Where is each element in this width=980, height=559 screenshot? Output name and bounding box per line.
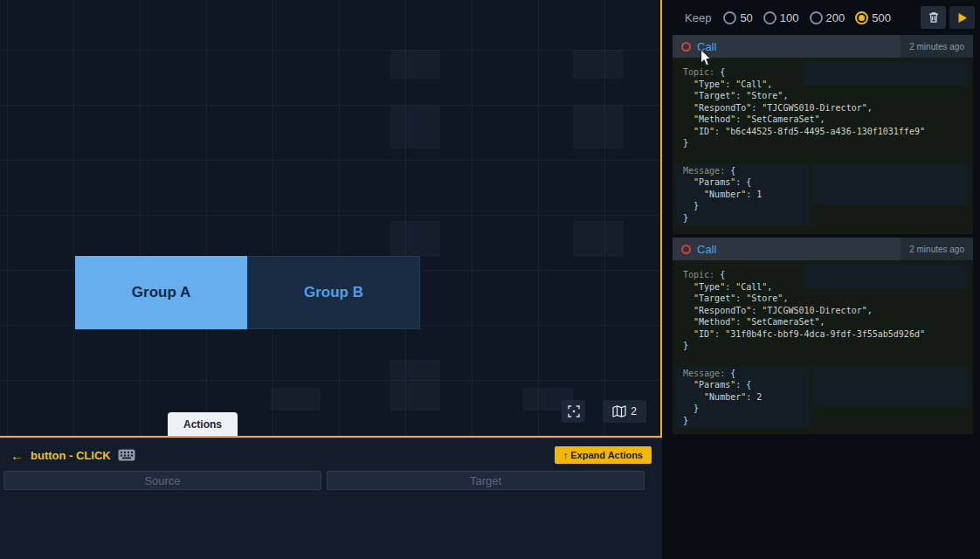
grid-tile bbox=[573, 50, 623, 79]
card-title: Call bbox=[697, 243, 716, 256]
red-status-icon bbox=[681, 42, 691, 52]
message-card-header[interactable]: Call 2 minutes ago bbox=[673, 35, 973, 58]
grid-tile bbox=[390, 360, 440, 411]
grid-tile bbox=[573, 105, 623, 148]
message-label: Message: bbox=[683, 166, 725, 176]
trash-icon bbox=[928, 11, 940, 24]
message-card-header[interactable]: Call 2 minutes ago bbox=[673, 238, 973, 260]
play-button[interactable] bbox=[949, 6, 975, 29]
grid-tile bbox=[390, 50, 440, 79]
group-b-label: Group B bbox=[304, 284, 363, 301]
keep-option-label: 100 bbox=[780, 11, 799, 24]
keep-option-500[interactable]: 500 bbox=[855, 11, 891, 24]
timestamp: 2 minutes ago bbox=[901, 238, 973, 260]
message-card: Call 2 minutes ago Topic: { "Type": "Cal… bbox=[673, 238, 973, 434]
keyboard-icon bbox=[118, 449, 135, 461]
topic-body: { "Type": "Call", "Target": "Store", "Re… bbox=[683, 270, 925, 350]
keep-option-50[interactable]: 50 bbox=[723, 11, 752, 24]
grid-tile bbox=[390, 105, 440, 148]
timestamp: 2 minutes ago bbox=[901, 35, 973, 58]
actions-tab-label: Actions bbox=[183, 418, 222, 431]
red-status-icon bbox=[681, 245, 691, 254]
keep-bar: Keep 50 100 200 500 bbox=[664, 0, 980, 35]
topic-json: Topic: { "Type": "Call", "Target": "Stor… bbox=[683, 66, 963, 149]
radio-icon bbox=[855, 11, 868, 24]
topic-json: Topic: { "Type": "Call", "Target": "Stor… bbox=[683, 269, 963, 352]
map-count: 2 bbox=[631, 405, 637, 418]
fit-view-button[interactable] bbox=[562, 400, 585, 423]
target-input[interactable] bbox=[327, 471, 645, 490]
message-card-body: Topic: { "Type": "Call", "Target": "Stor… bbox=[673, 58, 973, 234]
tab-actions[interactable]: Actions bbox=[168, 412, 238, 436]
message-json: Message: { "Params": { "Number": 1 } } bbox=[683, 165, 963, 224]
radio-icon bbox=[763, 11, 776, 24]
keep-option-label: 50 bbox=[740, 11, 752, 24]
topic-label: Topic: bbox=[683, 270, 714, 280]
keep-option-100[interactable]: 100 bbox=[763, 11, 799, 24]
action-editor-header: ← button - CLICK ↑ Expand Actions bbox=[10, 445, 652, 466]
map-toggle-button[interactable]: 2 bbox=[603, 400, 646, 423]
stage-canvas[interactable]: Group A Group B 2 Actions bbox=[0, 0, 662, 438]
fit-view-icon bbox=[568, 405, 580, 418]
grid-tile bbox=[573, 221, 623, 257]
message-card: Call 2 minutes ago Topic: { "Type": "Cal… bbox=[673, 35, 973, 234]
radio-icon bbox=[723, 11, 736, 24]
message-card-body: Topic: { "Type": "Call", "Target": "Stor… bbox=[673, 260, 973, 434]
message-panel: Keep 50 100 200 500 bbox=[664, 0, 980, 559]
group-a-button[interactable]: Group A bbox=[75, 256, 247, 329]
group-a-label: Group A bbox=[132, 284, 190, 301]
map-icon bbox=[612, 405, 626, 418]
app: Group A Group B 2 Actions ← button - CLI… bbox=[0, 0, 980, 559]
keep-option-label: 200 bbox=[826, 11, 845, 24]
grid-tile bbox=[271, 388, 321, 411]
expand-actions-button[interactable]: ↑ Expand Actions bbox=[555, 446, 652, 464]
mouse-cursor bbox=[700, 49, 713, 68]
action-title: button - CLICK bbox=[31, 449, 111, 462]
grid-tile bbox=[390, 221, 440, 257]
topic-body: { "Type": "Call", "Target": "Store", "Re… bbox=[683, 67, 925, 148]
message-json: Message: { "Params": { "Number": 2 } } bbox=[683, 368, 963, 427]
play-icon bbox=[956, 11, 969, 24]
source-input[interactable] bbox=[3, 471, 321, 490]
radio-icon bbox=[810, 11, 823, 24]
keep-label: Keep bbox=[685, 11, 711, 24]
topic-label: Topic: bbox=[683, 67, 714, 77]
action-editor-panel: ← button - CLICK ↑ Expand Actions bbox=[0, 438, 662, 559]
keep-option-label: 500 bbox=[872, 11, 891, 24]
delete-messages-button[interactable] bbox=[921, 6, 946, 29]
keep-option-200[interactable]: 200 bbox=[810, 11, 845, 24]
message-toolbar bbox=[921, 6, 975, 29]
back-button[interactable]: ← bbox=[10, 449, 24, 462]
message-label: Message: bbox=[683, 369, 725, 378]
group-b-button[interactable]: Group B bbox=[247, 256, 420, 329]
